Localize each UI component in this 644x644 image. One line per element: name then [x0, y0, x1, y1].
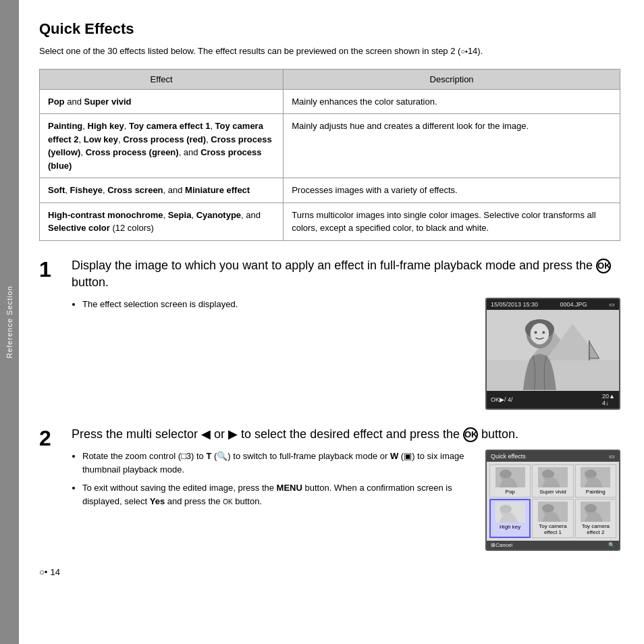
camera-datetime: 15/05/2013 15:30 — [491, 301, 538, 308]
qe-header: Quick effects ▭ — [487, 451, 619, 462]
camera-screen-image — [487, 310, 619, 391]
qe-label-pop: Pop — [506, 489, 515, 495]
qe-item-painting[interactable]: Painting — [575, 464, 616, 498]
table-col-effect: Effect — [40, 69, 284, 89]
step-2-bullet-1: Rotate the zoom control (□3) to T (🔍) to… — [82, 450, 475, 476]
qe-thumb-toy2 — [581, 502, 610, 522]
qe-item-pop[interactable]: Pop — [489, 464, 531, 498]
qe-thumb-sv-img — [538, 467, 568, 487]
svg-point-8 — [531, 323, 549, 344]
svg-point-25 — [542, 504, 554, 512]
svg-point-28 — [585, 504, 597, 512]
step-1-number: 1 — [39, 257, 61, 410]
table-cell-description: Mainly enhances the color saturation. — [284, 89, 620, 114]
footer-symbol: ○• — [39, 567, 47, 577]
qe-thumb-painting-img — [581, 467, 610, 487]
camera-count: 20▲4↓ — [602, 393, 615, 406]
step-2: 2 Press the multi selector ◀ or ▶ to sel… — [39, 426, 620, 551]
table-row: High-contrast monochrome, Sepia, Cyanoty… — [40, 203, 620, 240]
intro-paragraph: Select one of the 30 effects listed belo… — [39, 45, 620, 58]
step-1-image: 15/05/2013 15:30 0004.JPG ▭ — [485, 298, 620, 410]
qe-title: Quick effects — [491, 453, 526, 460]
table-cell-effect: Soft, Fisheye, Cross screen, and Miniatu… — [40, 178, 284, 203]
table-cell-effect: Painting, High key, Toy camera effect 1,… — [40, 114, 284, 178]
svg-point-19 — [585, 470, 597, 478]
camera-battery-icon: ▭ — [609, 301, 615, 308]
step-1-bullet: The effect selection screen is displayed… — [82, 298, 475, 311]
table-cell-description: Turns multicolor images into single colo… — [284, 203, 620, 240]
step-1: 1 Display the image to which you want to… — [39, 257, 620, 410]
camera-screen-bottom: OK▶/ 4/ 20▲4↓ — [487, 391, 619, 408]
step-2-title: Press the multi selector ◀ or ▶ to selec… — [72, 426, 620, 443]
quick-effects-screen: Quick effects ▭ — [485, 450, 620, 551]
step-1-text: The effect selection screen is displayed… — [72, 298, 475, 311]
step-2-bullet-2: To exit without saving the edited image,… — [82, 481, 475, 508]
qe-thumb-painting — [581, 467, 610, 487]
table-col-description: Description — [284, 69, 620, 89]
qe-thumb-super-vivid — [538, 467, 568, 487]
page-footer: ○• 14 — [39, 567, 620, 577]
person-illustration — [487, 310, 619, 391]
step-1-content: Display the image to which you want to a… — [72, 257, 620, 410]
qe-thumb-t2-img — [581, 502, 610, 522]
table-row: Pop and Super vivid Mainly enhances the … — [40, 89, 620, 114]
ok-button-icon-3: OK — [223, 498, 232, 506]
main-content: Quick Effects Select one of the 30 effec… — [19, 0, 644, 644]
qe-cancel: ⊞Cancel — [491, 542, 512, 548]
qe-item-super-vivid[interactable]: Super vivid — [532, 464, 573, 498]
qe-item-toy1[interactable]: Toy camera effect 1 — [532, 499, 573, 538]
svg-point-22 — [500, 505, 512, 513]
qe-thumb-hk-img — [495, 502, 525, 522]
qe-label-super-vivid: Super vivid — [539, 489, 566, 495]
camera-filename: 0004.JPG — [560, 301, 587, 308]
qe-label-toy2: Toy camera effect 2 — [577, 523, 614, 535]
qe-thumb-pop — [495, 467, 525, 487]
ok-button-icon-2: OK — [463, 427, 478, 442]
svg-point-13 — [500, 470, 512, 478]
camera-ok-icon: OK▶/ 4/ — [491, 396, 513, 403]
qe-item-toy2[interactable]: Toy camera effect 2 — [575, 499, 616, 538]
step-2-body: Rotate the zoom control (□3) to T (🔍) to… — [72, 450, 620, 551]
qe-label-toy1: Toy camera effect 1 — [534, 523, 571, 535]
qe-thumb-pop-img — [495, 467, 525, 487]
qe-zoom-icon: 🔍 — [608, 542, 615, 548]
qe-footer: ⊞Cancel 🔍 — [487, 541, 619, 549]
qe-item-high-key[interactable]: High key — [489, 499, 531, 538]
step-1-title: Display the image to which you want to a… — [72, 257, 620, 291]
table-row: Painting, High key, Toy camera effect 1,… — [40, 114, 620, 178]
qe-battery-icon: ▭ — [609, 453, 615, 460]
table-cell-effect: High-contrast monochrome, Sepia, Cyanoty… — [40, 203, 284, 240]
svg-point-10 — [542, 331, 545, 333]
footer-page: 14 — [50, 567, 59, 577]
step-2-number: 2 — [39, 426, 61, 551]
camera-screen-top: 15/05/2013 15:30 0004.JPG ▭ — [487, 299, 619, 310]
table-row: Soft, Fisheye, Cross screen, and Miniatu… — [40, 178, 620, 203]
camera-screen: 15/05/2013 15:30 0004.JPG ▭ — [485, 298, 620, 410]
qe-thumb-toy1 — [538, 502, 568, 522]
page-title: Quick Effects — [39, 20, 620, 38]
qe-thumb-t1-img — [538, 502, 568, 522]
step-2-text: Rotate the zoom control (□3) to T (🔍) to… — [72, 450, 475, 551]
qe-label-high-key: High key — [500, 524, 520, 530]
qe-label-painting: Painting — [586, 489, 606, 495]
effects-table: Effect Description Pop and Super vivid M… — [39, 69, 620, 241]
sidebar: Reference Section — [0, 0, 19, 644]
table-cell-description: Mainly adjusts hue and creates a differe… — [284, 114, 620, 178]
table-cell-effect: Pop and Super vivid — [40, 89, 284, 114]
step-1-body: The effect selection screen is displayed… — [72, 298, 620, 410]
svg-point-9 — [535, 331, 537, 333]
qe-grid: Pop — [487, 462, 619, 541]
step-2-content: Press the multi selector ◀ or ▶ to selec… — [72, 426, 620, 551]
ok-button-icon: OK — [596, 259, 611, 273]
step-2-image: Quick effects ▭ — [485, 450, 620, 551]
qe-thumb-high-key — [495, 502, 525, 522]
svg-point-16 — [542, 470, 554, 478]
table-cell-description: Processes images with a variety of effec… — [284, 178, 620, 203]
sidebar-label: Reference Section — [5, 286, 14, 358]
